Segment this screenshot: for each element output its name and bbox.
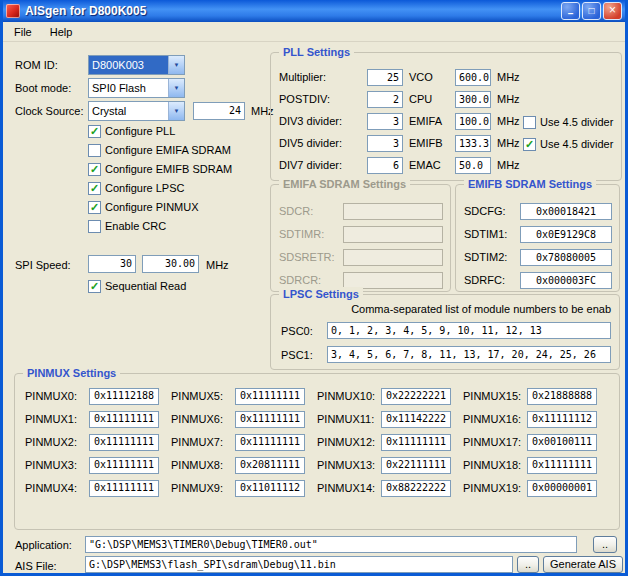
window-title: AISgen for D800K005 <box>25 4 146 18</box>
pinmux4-field[interactable]: 0x11111111 <box>89 480 159 497</box>
menubar: File Help <box>3 22 625 42</box>
rom-id-select[interactable]: D800K003 ▼ <box>88 55 185 75</box>
pll-div3-label: DIV3 divider: <box>279 115 342 128</box>
pll-emac-label: EMAC <box>409 159 441 172</box>
boot-mode-label: Boot mode: <box>15 82 71 95</box>
checkbox-configure-lpsc[interactable]: ✓ Configure LPSC <box>88 181 185 195</box>
sdrcr-label: SDRCR: <box>279 274 321 287</box>
checkbox-box-icon[interactable]: ✓ <box>88 182 101 195</box>
menu-help[interactable]: Help <box>41 24 82 40</box>
rom-id-value: D800K003 <box>89 56 168 74</box>
clock-freq-field[interactable]: 24 <box>193 102 245 120</box>
pinmux17-field[interactable]: 0x00100111 <box>527 434 597 451</box>
pll-postdiv-field[interactable]: 2 <box>367 91 403 108</box>
pinmux3-field[interactable]: 0x11111111 <box>89 457 159 474</box>
application-path-field[interactable]: "G:\DSP\MEMS3\TIMER0\Debug\TIMER0.out" <box>85 536 577 553</box>
checkbox-box-icon[interactable]: ✓ <box>88 125 101 138</box>
spi-speed-label: SPI Speed: <box>15 259 71 272</box>
checkbox-enable-crc[interactable]: Enable CRC <box>88 219 166 233</box>
chevron-down-icon[interactable]: ▼ <box>168 56 184 74</box>
close-button[interactable]: × <box>603 2 622 20</box>
sdtim2-field[interactable]: 0x78080005 <box>520 249 612 266</box>
pinmux19-field[interactable]: 0x00000001 <box>527 480 597 497</box>
app-window: AISgen for D800K005 – □ × File Help ROM … <box>0 0 628 576</box>
checkbox-box-icon[interactable]: ✓ <box>88 201 101 214</box>
sdtim1-field[interactable]: 0x0E9129C8 <box>520 226 612 243</box>
pll-div7-field[interactable]: 6 <box>367 157 403 174</box>
chevron-down-icon[interactable]: ▼ <box>168 79 184 97</box>
pinmux1-field[interactable]: 0x11111111 <box>89 411 159 428</box>
pinmux9-field[interactable]: 0x11011112 <box>235 480 305 497</box>
ais-file-path-field[interactable]: G:\DSP\MEMS3\flash_SPI\sdram\Debug\11.bi… <box>85 556 513 573</box>
sdrfc-label: SDRFC: <box>464 274 505 287</box>
maximize-button[interactable]: □ <box>582 2 601 20</box>
sdsretr-field <box>343 249 443 266</box>
checkbox-box-icon[interactable] <box>88 220 101 233</box>
psc0-field[interactable]: 0, 1, 2, 3, 4, 5, 9, 10, 11, 12, 13 <box>327 322 611 339</box>
pinmux12-field[interactable]: 0x11111111 <box>381 434 451 451</box>
checkbox-box-icon[interactable]: ✓ <box>88 280 101 293</box>
checkbox-configure-pinmux[interactable]: ✓ Configure PINMUX <box>88 200 199 214</box>
chevron-down-icon[interactable]: ▼ <box>168 102 184 120</box>
pinmux3-label: PINMUX3: <box>25 457 89 474</box>
sdrfc-field[interactable]: 0x000003FC <box>520 272 612 289</box>
application-browse-button[interactable]: .. <box>593 536 617 553</box>
pinmux6-field[interactable]: 0x11111111 <box>235 411 305 428</box>
pll-div5-field[interactable]: 3 <box>367 135 403 152</box>
checkbox-configure-emifa-sdram[interactable]: Configure EMIFA SDRAM <box>88 143 231 157</box>
pinmux13-field[interactable]: 0x22111111 <box>381 457 451 474</box>
pll-div7-label: DIV7 divider: <box>279 159 342 172</box>
checkbox-box-icon[interactable] <box>523 116 536 129</box>
clock-source-select[interactable]: Crystal ▼ <box>88 101 185 121</box>
clock-source-label: Clock Source: <box>15 105 83 118</box>
pinmux6-label: PINMUX6: <box>171 411 235 428</box>
boot-mode-select[interactable]: SPI0 Flash ▼ <box>88 78 185 98</box>
spi-speed-actual-field: 30.00 <box>142 255 199 273</box>
pinmux5-field[interactable]: 0x11111111 <box>235 388 305 405</box>
pinmux10-field[interactable]: 0x22222221 <box>381 388 451 405</box>
checkbox-box-icon[interactable]: ✓ <box>523 138 536 151</box>
pinmux18-field[interactable]: 0x11111111 <box>527 457 597 474</box>
pinmux13-label: PINMUX13: <box>317 457 381 474</box>
pinmux5-label: PINMUX5: <box>171 388 235 405</box>
pinmux8-field[interactable]: 0x20811111 <box>235 457 305 474</box>
spi-speed-field[interactable]: 30 <box>88 255 136 273</box>
pinmux14-field[interactable]: 0x88222222 <box>381 480 451 497</box>
pll-div3-field[interactable]: 3 <box>367 113 403 130</box>
pinmux-settings-title: PINMUX Settings <box>23 366 120 380</box>
checkbox-sequential-read[interactable]: ✓ Sequential Read <box>88 279 186 293</box>
pinmux15-field[interactable]: 0x21888888 <box>527 388 597 405</box>
pll-emifb-unit: MHz <box>497 137 520 150</box>
pinmux9-label: PINMUX9: <box>171 480 235 497</box>
window-controls: – □ × <box>561 2 622 20</box>
use-45-divider-emifb-checkbox[interactable]: ✓ Use 4.5 divider <box>523 137 613 151</box>
minimize-button[interactable]: – <box>561 2 580 20</box>
checkbox-label: Enable CRC <box>105 220 166 232</box>
checkbox-configure-emifb-sdram[interactable]: ✓ Configure EMIFB SDRAM <box>88 162 232 176</box>
lpsc-settings-group: LPSC Settings Comma-separated list of mo… <box>270 294 620 370</box>
pinmux7-field[interactable]: 0x11111111 <box>235 434 305 451</box>
pll-multiplier-field[interactable]: 25 <box>367 69 403 86</box>
psc1-field[interactable]: 3, 4, 5, 6, 7, 8, 11, 13, 17, 20, 24, 25… <box>327 346 611 363</box>
rom-id-label: ROM ID: <box>15 59 58 72</box>
use-45-divider-emifa-checkbox[interactable]: Use 4.5 divider <box>523 115 613 129</box>
ais-file-browse-button[interactable]: .. <box>517 556 539 573</box>
pinmux11-field[interactable]: 0x11142222 <box>381 411 451 428</box>
sdtimr-field <box>343 226 443 243</box>
checkbox-box-icon[interactable] <box>88 144 101 157</box>
checkbox-configure-pll[interactable]: ✓ Configure PLL <box>88 124 175 138</box>
emifb-sdram-settings-title: EMIFB SDRAM Settings <box>464 177 596 191</box>
checkbox-box-icon[interactable]: ✓ <box>88 163 101 176</box>
pinmux16-field[interactable]: 0x11111112 <box>527 411 597 428</box>
psc1-label: PSC1: <box>281 349 313 362</box>
emifa-sdram-settings-title: EMIFA SDRAM Settings <box>279 177 410 191</box>
pinmux7-label: PINMUX7: <box>171 434 235 451</box>
pinmux2-field[interactable]: 0x11111111 <box>89 434 159 451</box>
titlebar[interactable]: AISgen for D800K005 – □ × <box>3 0 625 22</box>
checkbox-label: Configure LPSC <box>105 182 185 194</box>
menu-file[interactable]: File <box>5 24 41 40</box>
sdcfg-field[interactable]: 0x00018421 <box>520 203 612 220</box>
generate-ais-button[interactable]: Generate AIS <box>543 556 623 573</box>
pinmux17-label: PINMUX17: <box>463 434 527 451</box>
pinmux0-field[interactable]: 0x11112188 <box>89 388 159 405</box>
